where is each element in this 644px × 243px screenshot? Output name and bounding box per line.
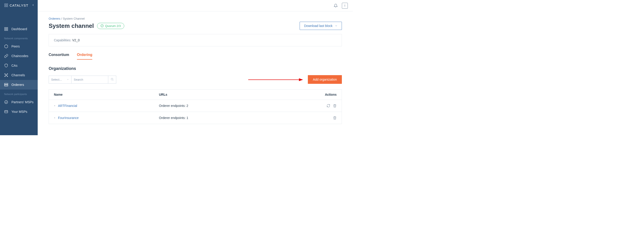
capabilities-value: V2_0 [72, 38, 80, 42]
capabilities-label: Capabilities: [54, 38, 71, 42]
sidebar-header: CATALYST [0, 0, 38, 10]
sidebar-item-peers[interactable]: Peers [0, 42, 38, 51]
sidebar-item-label: Partners' MSPs [12, 100, 34, 104]
search-box [72, 76, 116, 84]
breadcrumb-current: System Channel [63, 17, 84, 20]
badge-label: Quorum 2/3 [105, 24, 121, 28]
sidebar: CATALYST Dashboard Network components Pe… [0, 0, 38, 135]
svg-rect-21 [4, 110, 8, 113]
col-urls: URLs [159, 93, 318, 96]
handshake-icon [4, 100, 8, 104]
org-link[interactable]: FourInsurance [58, 116, 78, 120]
filter-select[interactable]: Select... [49, 76, 72, 84]
svg-marker-29 [54, 118, 55, 118]
link-icon [4, 54, 8, 58]
refresh-icon[interactable] [326, 104, 330, 108]
search-icon [110, 78, 114, 81]
sidebar-item-label: Orderers [12, 83, 24, 86]
svg-rect-6 [4, 30, 6, 30]
svg-line-14 [6, 74, 7, 75]
svg-line-15 [5, 76, 6, 76]
sidebar-item-your-msps[interactable]: Your MSPs [0, 107, 38, 116]
sidebar-item-label: Your MSPs [12, 110, 28, 114]
caret-right-icon[interactable] [54, 104, 56, 107]
sidebar-item-label: Peers [12, 44, 20, 48]
table-row: FourInsurance Orderer endpoints: 1 [49, 112, 342, 124]
sidebar-item-cas[interactable]: CAs [0, 61, 38, 70]
svg-rect-17 [4, 83, 8, 84]
sidebar-item-orderers[interactable]: Orderers [0, 80, 38, 90]
organizations-title: Organizations [49, 66, 342, 71]
trash-icon[interactable] [333, 104, 336, 108]
table-header: Name URLs Actions [49, 90, 342, 100]
tab-consortium[interactable]: Consortium [49, 53, 69, 60]
user-menu[interactable]: I [342, 3, 348, 9]
quorum-badge: Quorum 2/3 [97, 23, 124, 29]
svg-point-23 [101, 24, 104, 27]
svg-line-16 [6, 76, 7, 76]
svg-marker-28 [54, 105, 55, 106]
dashboard-icon [4, 27, 8, 31]
org-link[interactable]: ARTFinancial [58, 104, 77, 108]
breadcrumb: Orderers / System Channel [49, 17, 342, 20]
svg-rect-0 [4, 4, 6, 5]
id-card-icon [4, 110, 8, 114]
breadcrumb-sep: / [61, 17, 62, 20]
sidebar-item-label: Channels [12, 73, 25, 77]
sidebar-item-label: Dashboard [12, 27, 27, 31]
table-row: ARTFinancial Orderer endpoints: 2 [49, 100, 342, 112]
col-name: Name [54, 93, 159, 96]
svg-point-11 [4, 76, 5, 77]
sidebar-item-dashboard[interactable]: Dashboard [0, 24, 38, 34]
org-urls: Orderer endpoints: 1 [159, 116, 318, 120]
search-button[interactable] [108, 76, 116, 83]
svg-point-24 [111, 78, 113, 80]
trash-icon[interactable] [333, 116, 336, 120]
topbar: I [38, 0, 353, 12]
sidebar-item-label: CAs [12, 64, 17, 67]
chevron-down-icon [335, 24, 338, 27]
server-icon [4, 83, 8, 87]
sidebar-item-channels[interactable]: Channels [0, 70, 38, 80]
svg-rect-7 [6, 30, 8, 30]
svg-marker-27 [299, 78, 303, 81]
sidebar-section-label: Network participants [0, 90, 38, 97]
svg-rect-4 [4, 28, 6, 28]
svg-point-9 [4, 74, 5, 74]
col-actions: Actions [318, 93, 336, 96]
search-input[interactable] [72, 76, 108, 83]
logo-text: CATALYST [10, 4, 28, 7]
organizations-table: Name URLs Actions ARTFinancial Orderer e… [49, 89, 342, 124]
network-icon [4, 73, 8, 77]
download-last-block-button[interactable]: Download last block [300, 22, 342, 30]
tabs: Consortium Ordering [49, 53, 342, 60]
svg-point-10 [7, 74, 8, 74]
download-button-label: Download last block [304, 24, 332, 28]
logo-icon [4, 3, 8, 7]
svg-rect-5 [6, 28, 8, 28]
org-urls: Orderer endpoints: 2 [159, 104, 318, 108]
svg-line-13 [5, 74, 6, 75]
check-circle-icon [100, 24, 104, 28]
tab-ordering[interactable]: Ordering [77, 53, 92, 60]
sidebar-item-label: Chaincodes [12, 54, 28, 58]
sidebar-item-partners-msps[interactable]: Partners' MSPs [0, 97, 38, 107]
shield-icon [4, 64, 8, 68]
svg-rect-18 [4, 85, 8, 86]
svg-line-25 [113, 80, 114, 80]
select-placeholder: Select... [51, 78, 62, 81]
sidebar-section-label: Network components [0, 34, 38, 42]
annotation-arrow-icon [248, 78, 303, 82]
breadcrumb-parent[interactable]: Orderers [49, 17, 60, 20]
user-initial: I [344, 4, 345, 7]
capabilities-info: Capabilities: V2_0 [49, 34, 342, 46]
svg-rect-3 [6, 6, 8, 7]
caret-right-icon[interactable] [54, 117, 56, 119]
page-title: System channel [49, 22, 94, 30]
svg-point-12 [7, 76, 8, 77]
sidebar-collapse-button[interactable] [32, 4, 34, 7]
bell-icon[interactable] [334, 4, 338, 8]
sidebar-item-chaincodes[interactable]: Chaincodes [0, 51, 38, 61]
chevron-down-icon [67, 78, 69, 80]
add-organization-button[interactable]: Add organization [308, 75, 342, 84]
